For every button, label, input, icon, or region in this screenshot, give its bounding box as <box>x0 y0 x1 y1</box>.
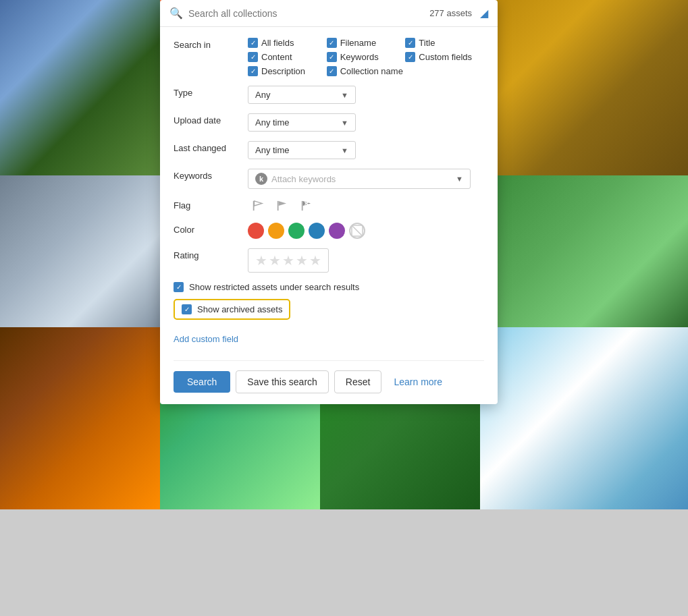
flag-group <box>248 198 315 213</box>
type-dropdown-arrow: ▼ <box>341 91 348 99</box>
keywords-arrow: ▼ <box>456 175 463 183</box>
checkbox-all-fields[interactable]: All fields <box>248 38 327 48</box>
star-2[interactable]: ★ <box>269 252 281 269</box>
search-button[interactable]: Search <box>174 371 230 393</box>
rating-row: Rating ★ ★ ★ ★ ★ <box>174 248 484 273</box>
upload-date-dropdown[interactable]: Any time ▼ <box>248 113 356 132</box>
keywords-left: k Attach keywords <box>255 173 336 185</box>
checkbox-keywords-icon <box>327 52 337 62</box>
checkbox-keywords[interactable]: Keywords <box>327 52 406 62</box>
search-bar: 🔍 277 assets ◢ <box>160 0 498 27</box>
checkbox-description-label: Description <box>261 66 305 76</box>
learn-more-button[interactable]: Learn more <box>387 371 449 393</box>
star-5[interactable]: ★ <box>309 252 321 269</box>
last-changed-row: Last changed Any time ▼ <box>174 141 484 159</box>
bg-photo-8 <box>480 175 688 327</box>
keywords-placeholder: Attach keywords <box>271 174 336 184</box>
bg-photo-1 <box>0 0 160 175</box>
show-archived-row[interactable]: Show archived assets <box>174 299 290 320</box>
checkbox-title[interactable]: Title <box>405 38 484 48</box>
upload-date-label: Upload date <box>174 113 248 125</box>
checkbox-title-icon <box>405 38 415 48</box>
type-value: Any <box>255 90 270 100</box>
star-3[interactable]: ★ <box>282 252 294 269</box>
checkbox-all-fields-label: All fields <box>261 38 294 48</box>
last-changed-value: Any time <box>255 145 290 155</box>
last-changed-dropdown[interactable]: Any time ▼ <box>248 141 356 159</box>
bg-photo-5 <box>0 175 160 327</box>
color-orange[interactable] <box>268 223 284 239</box>
checkbox-title-label: Title <box>419 38 435 48</box>
checkbox-collection-name-label: Collection name <box>340 66 403 76</box>
star-4[interactable]: ★ <box>296 252 308 269</box>
flag-rejected-svg <box>299 200 313 211</box>
flag-unflagged-svg <box>250 200 264 211</box>
flag-rejected[interactable] <box>296 198 315 213</box>
color-red[interactable] <box>248 223 264 239</box>
checkbox-description[interactable]: Description <box>248 66 327 76</box>
show-restricted-label: Show restricted assets under search resu… <box>189 282 359 292</box>
filter-form: Search in All fields Filename Title <box>160 27 498 404</box>
checkbox-content-icon <box>248 52 258 62</box>
search-input[interactable] <box>188 8 424 19</box>
color-green[interactable] <box>288 223 305 239</box>
star-1[interactable]: ★ <box>255 252 267 269</box>
flag-flagged-svg <box>275 200 288 211</box>
color-group <box>248 223 365 239</box>
search-in-label: Search in <box>174 38 248 50</box>
save-search-button[interactable]: Save this search <box>236 370 329 393</box>
color-blue[interactable] <box>309 223 325 239</box>
search-in-row: Search in All fields Filename Title <box>174 38 484 76</box>
last-changed-label: Last changed <box>174 141 248 153</box>
rating-label: Rating <box>174 248 248 260</box>
flag-row: Flag <box>174 198 484 213</box>
color-row: Color <box>174 223 484 239</box>
checkbox-custom-fields[interactable]: Custom fields <box>405 52 484 62</box>
search-filter-panel: 🔍 277 assets ◢ Search in All fields File… <box>160 0 498 404</box>
svg-rect-1 <box>277 201 279 211</box>
action-row: Search Save this search Reset Learn more <box>174 370 484 393</box>
last-changed-arrow: ▼ <box>341 146 348 155</box>
upload-date-row: Upload date Any time ▼ <box>174 113 484 132</box>
show-restricted-row[interactable]: Show restricted assets under search resu… <box>174 282 484 292</box>
color-label: Color <box>174 223 248 235</box>
keywords-k-icon: k <box>255 173 267 185</box>
svg-rect-2 <box>302 201 303 211</box>
color-content <box>248 223 484 239</box>
filter-icon[interactable]: ◢ <box>480 7 488 20</box>
add-custom-field-link[interactable]: Add custom field <box>174 334 238 344</box>
flag-label: Flag <box>174 198 248 211</box>
type-dropdown[interactable]: Any ▼ <box>248 86 356 104</box>
reset-button[interactable]: Reset <box>334 370 382 393</box>
last-changed-content: Any time ▼ <box>248 141 484 159</box>
show-archived-label: Show archived assets <box>197 304 282 314</box>
color-purple[interactable] <box>329 223 345 239</box>
show-restricted-checkbox <box>174 282 184 292</box>
search-icon: 🔍 <box>169 7 183 20</box>
type-content: Any ▼ <box>248 86 484 104</box>
checkbox-collection-name[interactable]: Collection name <box>327 66 406 76</box>
checkbox-filename[interactable]: Filename <box>327 38 406 48</box>
color-none[interactable] <box>349 223 365 239</box>
checkbox-filename-label: Filename <box>340 38 376 48</box>
keywords-row: Keywords k Attach keywords ▼ <box>174 169 484 189</box>
color-none-icon <box>351 225 363 237</box>
checkbox-custom-fields-icon <box>405 52 415 62</box>
divider <box>174 360 484 361</box>
keywords-field[interactable]: k Attach keywords ▼ <box>248 169 471 189</box>
keywords-content: k Attach keywords ▼ <box>248 169 484 189</box>
flag-flagged[interactable] <box>272 198 291 213</box>
checkbox-content[interactable]: Content <box>248 52 327 62</box>
upload-date-value: Any time <box>255 117 290 128</box>
upload-date-content: Any time ▼ <box>248 113 484 132</box>
checkbox-content-label: Content <box>261 52 292 62</box>
checkbox-description-icon <box>248 66 258 76</box>
bg-photo-9 <box>0 327 160 509</box>
type-row: Type Any ▼ <box>174 86 484 104</box>
bg-photo-12 <box>480 327 688 509</box>
flag-unflagged[interactable] <box>248 198 267 213</box>
checkbox-filename-icon <box>327 38 337 48</box>
search-in-grid: All fields Filename Title Content <box>248 38 484 76</box>
flag-content <box>248 198 484 213</box>
upload-date-arrow: ▼ <box>341 119 348 127</box>
